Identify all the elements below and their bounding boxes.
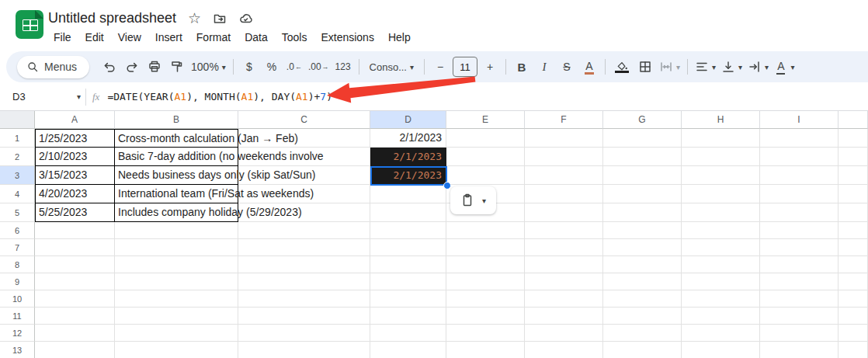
row-header-11[interactable]: 11	[0, 308, 35, 325]
cell-A3[interactable]: 3/15/2023	[35, 166, 115, 185]
cell-G2[interactable]	[603, 148, 682, 166]
column-header-F[interactable]: F	[525, 111, 603, 129]
cell-A12[interactable]	[35, 325, 115, 342]
cell-F13[interactable]	[525, 342, 603, 358]
cell-F6[interactable]	[525, 222, 603, 239]
cell-G3[interactable]	[603, 166, 682, 185]
cell-partial-4[interactable]	[838, 185, 868, 203]
cell-D12[interactable]	[370, 325, 446, 342]
cell-D6[interactable]	[370, 222, 446, 239]
row-header-3[interactable]: 3	[0, 166, 35, 185]
menu-file[interactable]: File	[47, 30, 78, 45]
borders-button[interactable]	[635, 57, 655, 77]
cell-G13[interactable]	[603, 342, 682, 358]
menu-insert[interactable]: Insert	[148, 30, 189, 45]
cell-C7[interactable]	[238, 239, 370, 256]
cell-C6[interactable]	[238, 222, 370, 239]
cell-C11[interactable]	[238, 308, 370, 325]
cell-partial-9[interactable]	[838, 273, 868, 290]
row-header-9[interactable]: 9	[0, 273, 35, 290]
cell-B9[interactable]	[115, 273, 238, 290]
cell-H7[interactable]	[682, 239, 760, 256]
cell-partial-10[interactable]	[838, 290, 868, 308]
cell-I8[interactable]	[760, 256, 838, 273]
cell-F11[interactable]	[525, 308, 603, 325]
cell-C5[interactable]	[238, 203, 370, 222]
italic-button[interactable]: I	[534, 57, 554, 77]
cell-D5[interactable]	[370, 203, 446, 222]
cell-D9[interactable]	[370, 273, 446, 290]
cell-A1[interactable]: 1/25/2023	[35, 129, 115, 148]
menu-help[interactable]: Help	[381, 30, 418, 45]
more-formats-button[interactable]: 123	[333, 57, 353, 77]
cell-G11[interactable]	[603, 308, 682, 325]
menu-tools[interactable]: Tools	[275, 30, 314, 45]
cell-B3[interactable]: Needs business days only (skip Sat/Sun)	[115, 166, 238, 185]
cell-partial-1[interactable]	[838, 129, 868, 148]
cell-D2[interactable]: 2/1/2023	[370, 148, 446, 166]
cell-B2[interactable]: Basic 7-day addition (no weekends involv…	[115, 148, 238, 166]
cell-partial-7[interactable]	[838, 239, 868, 256]
cell-partial-2[interactable]	[838, 148, 868, 166]
cell-B10[interactable]	[115, 290, 238, 308]
cell-G1[interactable]	[603, 129, 682, 148]
column-header-partial[interactable]	[838, 111, 868, 129]
font-select[interactable]: Conso... ▾	[365, 57, 418, 77]
increase-font-size-button[interactable]: +	[480, 57, 500, 77]
cell-I9[interactable]	[760, 273, 838, 290]
column-header-B[interactable]: B	[115, 111, 238, 129]
cell-partial-8[interactable]	[838, 256, 868, 273]
column-header-D[interactable]: D	[370, 111, 446, 129]
cell-H8[interactable]	[682, 256, 760, 273]
cell-A4[interactable]: 4/20/2023	[35, 185, 115, 203]
cell-A9[interactable]	[35, 273, 115, 290]
cell-D4[interactable]	[370, 185, 446, 203]
cell-I10[interactable]	[760, 290, 838, 308]
cell-A5[interactable]: 5/25/2023	[35, 203, 115, 222]
cell-B12[interactable]	[115, 325, 238, 342]
cell-A2[interactable]: 2/10/2023	[35, 148, 115, 166]
row-header-4[interactable]: 4	[0, 185, 35, 203]
row-header-5[interactable]: 5	[0, 203, 35, 222]
cell-partial-12[interactable]	[838, 325, 868, 342]
cell-I13[interactable]	[760, 342, 838, 358]
cell-I3[interactable]	[760, 166, 838, 185]
cell-D7[interactable]	[370, 239, 446, 256]
cell-B7[interactable]	[115, 239, 238, 256]
row-header-2[interactable]: 2	[0, 148, 35, 166]
text-wrap-button[interactable]: ▾	[746, 57, 770, 77]
cell-F12[interactable]	[525, 325, 603, 342]
cell-B11[interactable]	[115, 308, 238, 325]
zoom-select[interactable]: 100% ▾	[189, 57, 227, 77]
cell-H12[interactable]	[682, 325, 760, 342]
cell-G9[interactable]	[603, 273, 682, 290]
cell-H1[interactable]	[682, 129, 760, 148]
cell-H9[interactable]	[682, 273, 760, 290]
row-header-6[interactable]: 6	[0, 222, 35, 239]
cell-D1[interactable]: 2/1/2023	[370, 129, 446, 148]
cell-I2[interactable]	[760, 148, 838, 166]
cell-A11[interactable]	[35, 308, 115, 325]
cell-H11[interactable]	[682, 308, 760, 325]
cell-partial-3[interactable]	[838, 166, 868, 185]
cell-G5[interactable]	[603, 203, 682, 222]
decrease-font-size-button[interactable]: −	[430, 57, 450, 77]
cell-H13[interactable]	[682, 342, 760, 358]
increase-decimals-button[interactable]: .00 →	[307, 57, 331, 77]
cell-B8[interactable]	[115, 256, 238, 273]
cell-G4[interactable]	[603, 185, 682, 203]
cell-E7[interactable]	[446, 239, 525, 256]
cell-A7[interactable]	[35, 239, 115, 256]
cell-F5[interactable]	[525, 203, 603, 222]
column-header-C[interactable]: C	[238, 111, 370, 129]
cell-E6[interactable]	[446, 222, 525, 239]
strikethrough-button[interactable]: S	[557, 57, 577, 77]
cell-F9[interactable]	[525, 273, 603, 290]
cell-A8[interactable]	[35, 256, 115, 273]
cell-G6[interactable]	[603, 222, 682, 239]
horizontal-align-button[interactable]: ▾	[693, 57, 717, 77]
cell-B4[interactable]: International team (Fri/Sat as weekends)	[115, 185, 238, 203]
cell-F7[interactable]	[525, 239, 603, 256]
cell-E10[interactable]	[446, 290, 525, 308]
select-all-corner[interactable]	[0, 111, 35, 129]
